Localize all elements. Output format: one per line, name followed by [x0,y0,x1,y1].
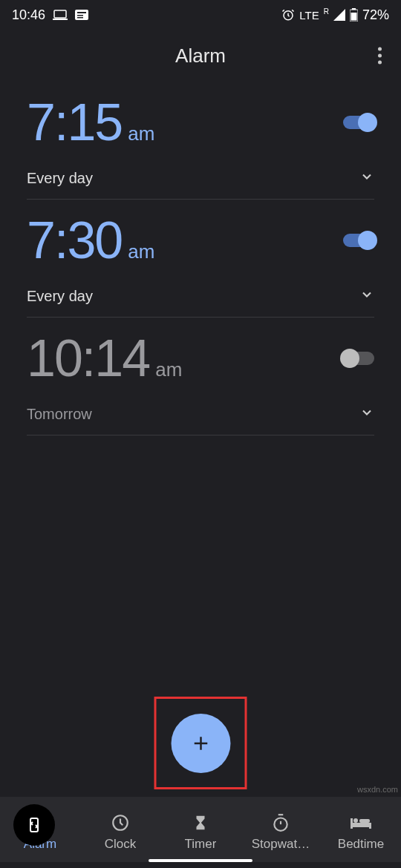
sync-icon [25,816,43,834]
svg-rect-15 [369,823,371,829]
battery-percent: 72% [362,7,389,23]
alarm-time[interactable]: 7:15 am [27,96,154,148]
status-time: 10:46 [12,7,45,23]
alarm-schedule: Tomorrow [27,406,92,423]
tab-bedtime[interactable]: Bedtime [324,813,398,852]
floating-overlay-button[interactable] [13,804,55,846]
chevron-down-icon [359,287,374,305]
alarm-status-icon [281,8,295,22]
alarm-time[interactable]: 7:30 am [27,214,154,266]
tab-timer[interactable]: Timer [163,813,238,852]
app-bar: Alarm [0,30,401,82]
laptop-icon [53,10,68,20]
alarm-schedule: Every day [27,288,93,305]
battery-icon [350,8,358,22]
chevron-down-icon [359,405,374,423]
alarm-item[interactable]: 7:15 am Every day [27,82,374,200]
svg-rect-13 [351,823,371,827]
watermark: wsxdn.com [357,785,398,794]
network-type: LTE [299,9,319,22]
page-title: Alarm [175,45,226,68]
alarm-toggle[interactable] [343,352,374,365]
network-roaming: R [324,7,329,16]
svg-rect-3 [77,12,86,13]
overflow-menu-button[interactable] [372,42,388,70]
alarm-list: 7:15 am Every day 7:30 am Every day [0,82,401,435]
alarm-schedule: Every day [27,170,93,187]
svg-rect-0 [54,10,66,18]
bottom-nav: Alarm Clock Timer Stopwat… Bedtime [0,797,401,862]
alarm-item[interactable]: 7:30 am Every day [27,200,374,318]
svg-rect-9 [351,13,356,21]
plus-icon [189,732,212,754]
svg-rect-5 [77,17,83,19]
svg-point-12 [274,818,287,831]
home-indicator[interactable] [149,859,252,862]
tab-clock[interactable]: Clock [83,813,157,852]
svg-rect-14 [351,818,353,829]
svg-rect-18 [30,818,38,832]
svg-rect-4 [77,15,83,16]
chevron-down-icon [359,169,374,187]
bed-icon [351,813,371,832]
highlight-box [154,697,247,789]
alarm-expand-row[interactable]: Tomorrow [27,405,374,423]
alarm-expand-row[interactable]: Every day [27,287,374,305]
stopwatch-icon [271,813,290,832]
clock-icon [111,813,130,832]
alarm-expand-row[interactable]: Every day [27,169,374,187]
status-bar: 10:46 LTE R 72% [0,0,401,30]
svg-rect-1 [53,19,68,20]
signal-icon [333,9,345,21]
svg-rect-17 [359,819,370,823]
alarm-toggle[interactable] [343,116,374,129]
tab-stopwatch[interactable]: Stopwat… [244,813,318,852]
alarm-toggle[interactable] [343,234,374,247]
news-icon [75,10,88,20]
svg-point-16 [353,818,358,823]
alarm-time[interactable]: 10:14 am [27,332,182,384]
alarm-item[interactable]: 10:14 am Tomorrow [27,318,374,435]
hourglass-icon [192,813,209,832]
add-alarm-button[interactable] [171,714,230,773]
